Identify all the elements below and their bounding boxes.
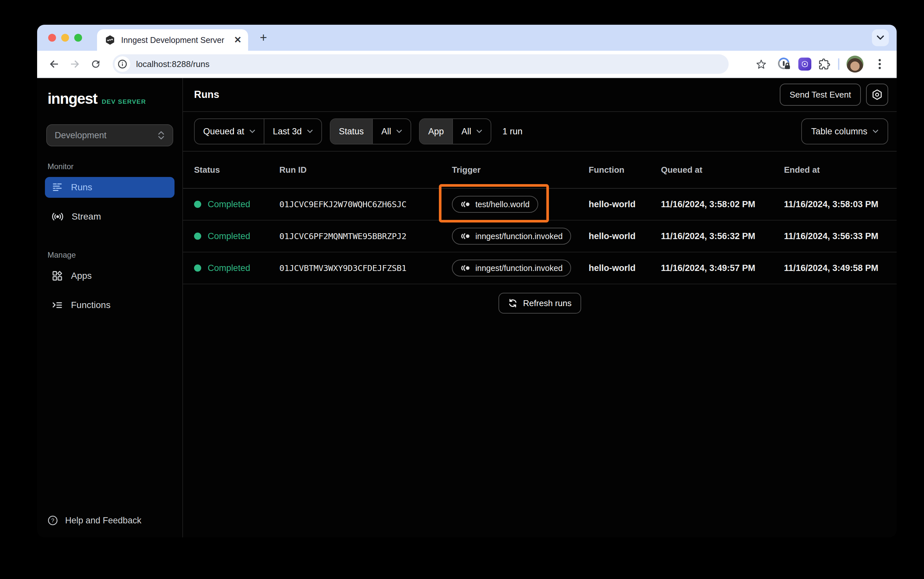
environment-selector[interactable]: Development — [46, 124, 173, 146]
help-label: Help and Feedback — [65, 515, 141, 526]
sidebar-item-label: Stream — [72, 211, 101, 222]
inngest-favicon-icon — [105, 35, 115, 45]
tab-title: Inngest Development Server — [121, 36, 228, 45]
extensions-puzzle-icon[interactable] — [819, 58, 831, 70]
status-text: Completed — [208, 200, 250, 209]
page-title: Runs — [194, 89, 220, 100]
password-manager-extension-icon[interactable] — [778, 57, 791, 71]
ended-at-cell: 11/16/2024, 3:49:58 PM — [784, 263, 897, 273]
monitor-section-label: Monitor — [48, 162, 172, 171]
status-filter-dropdown[interactable]: All — [372, 119, 410, 144]
column-header-trigger: Trigger — [452, 165, 589, 175]
status-text: Completed — [208, 231, 250, 241]
trigger-pill[interactable]: inngest/function.invoked — [452, 228, 571, 245]
content-header: Runs Send Test Event — [183, 78, 897, 112]
trigger-pill[interactable]: test/hello.world — [452, 196, 538, 213]
filter-bar: Queued at Last 3d Status All — [183, 112, 897, 152]
refresh-runs-label: Refresh runs — [523, 298, 572, 308]
manage-section-label: Manage — [48, 250, 172, 260]
column-header-status: Status — [194, 165, 279, 175]
trigger-cell: test/hello.world — [452, 196, 589, 213]
status-cell: Completed — [194, 200, 279, 209]
sidebar: inngest DEV SERVER Development Monitor R… — [37, 78, 183, 537]
ended-at-cell: 11/16/2024, 3:58:03 PM — [784, 200, 897, 209]
column-header-run-id: Run ID — [279, 165, 452, 175]
refresh-runs-button[interactable]: Refresh runs — [499, 293, 581, 314]
status-filter-label: Status — [330, 119, 373, 144]
zoom-window-button[interactable] — [74, 34, 82, 42]
browser-menu-icon[interactable] — [871, 55, 889, 73]
table-columns-button[interactable]: Table columns — [801, 118, 888, 144]
tab-search-button[interactable] — [872, 29, 889, 46]
trigger-name: inngest/function.invoked — [475, 263, 563, 273]
profile-avatar[interactable] — [847, 56, 863, 72]
status-dot-icon — [194, 201, 201, 208]
status-filter-value: All — [381, 126, 391, 137]
status-filter-group: Status All — [330, 118, 412, 144]
trigger-name: inngest/function.invoked — [475, 232, 563, 241]
browser-tab[interactable]: Inngest Development Server ✕ — [97, 29, 248, 51]
site-info-icon[interactable] — [115, 56, 130, 72]
send-test-event-button[interactable]: Send Test Event — [780, 83, 861, 106]
time-range-label: Last 3d — [273, 126, 302, 137]
chevron-down-icon — [396, 129, 402, 133]
table-row[interactable]: Completed 01JCVC6PF2MQNMTWE95BBRZPJ2 inn… — [183, 221, 897, 252]
tab-close-icon[interactable]: ✕ — [234, 36, 241, 44]
minimize-window-button[interactable] — [61, 34, 69, 42]
queued-at-label: Queued at — [203, 126, 244, 137]
sidebar-item-label: Runs — [71, 182, 92, 193]
trigger-name: test/hello.world — [475, 200, 530, 209]
queued-at-cell: 11/16/2024, 3:56:32 PM — [661, 231, 784, 241]
status-cell: Completed — [194, 263, 279, 273]
inngest-logo: inngest — [48, 90, 97, 107]
run-id-cell: 01JCVBTMV3WXY9D3CFDEJFZSB1 — [279, 263, 452, 273]
bookmark-star-icon[interactable] — [752, 55, 770, 73]
sidebar-item-functions[interactable]: Functions — [45, 295, 174, 316]
purple-extension-icon[interactable] — [798, 57, 811, 70]
table-row[interactable]: Completed 01JCVC9EFKJ2W70WQHC6ZH6SJC tes… — [183, 189, 897, 221]
logo-row: inngest DEV SERVER — [37, 90, 182, 107]
column-header-function: Function — [589, 165, 661, 175]
function-cell: hello-world — [589, 231, 661, 241]
apps-icon — [52, 271, 62, 281]
run-id-cell: 01JCVC6PF2MQNMTWE95BBRZPJ2 — [279, 231, 452, 241]
toolbar-right — [752, 55, 889, 73]
new-tab-button[interactable]: + — [260, 31, 267, 44]
sidebar-item-runs[interactable]: Runs — [45, 177, 174, 198]
sidebar-item-apps[interactable]: Apps — [45, 265, 174, 286]
app-filter-dropdown[interactable]: All — [452, 119, 491, 144]
time-range-dropdown[interactable]: Last 3d — [264, 119, 321, 144]
dev-server-badge: DEV SERVER — [102, 98, 146, 105]
table-row[interactable]: Completed 01JCVBTMV3WXY9D3CFDEJFZSB1 inn… — [183, 252, 897, 284]
environment-label: Development — [55, 131, 107, 141]
status-cell: Completed — [194, 231, 279, 241]
forward-button[interactable] — [66, 55, 84, 73]
address-bar[interactable]: localhost:8288/runs — [113, 54, 729, 74]
help-and-feedback[interactable]: ? Help and Feedback — [48, 515, 141, 526]
chevron-down-icon — [873, 129, 878, 133]
back-button[interactable] — [45, 55, 63, 73]
sidebar-item-label: Functions — [71, 300, 110, 310]
settings-button[interactable] — [866, 83, 888, 106]
queued-at-dropdown[interactable]: Queued at — [195, 119, 264, 144]
sidebar-item-label: Apps — [71, 271, 92, 281]
app-filter-label: App — [420, 119, 452, 144]
status-dot-icon — [194, 232, 201, 240]
help-icon: ? — [48, 515, 58, 526]
reload-button[interactable] — [87, 55, 105, 73]
browser-toolbar: localhost:8288/runs — [37, 51, 897, 78]
functions-icon — [52, 300, 62, 310]
sidebar-item-stream[interactable]: Stream — [45, 206, 174, 227]
trigger-pill[interactable]: inngest/function.invoked — [452, 260, 571, 276]
run-count: 1 run — [502, 126, 523, 137]
function-cell: hello-world — [589, 263, 661, 273]
close-window-button[interactable] — [48, 34, 56, 42]
column-header-queued-at: Queued at — [661, 165, 784, 175]
table-columns-label: Table columns — [811, 126, 867, 137]
browser-window: Inngest Development Server ✕ + — [37, 25, 897, 537]
ended-at-cell: 11/16/2024, 3:56:33 PM — [784, 231, 897, 241]
chevron-down-icon — [476, 129, 482, 133]
app-filter-group: App All — [419, 118, 491, 144]
queued-at-cell: 11/16/2024, 3:58:02 PM — [661, 200, 784, 209]
refresh-row: Refresh runs — [183, 293, 897, 314]
